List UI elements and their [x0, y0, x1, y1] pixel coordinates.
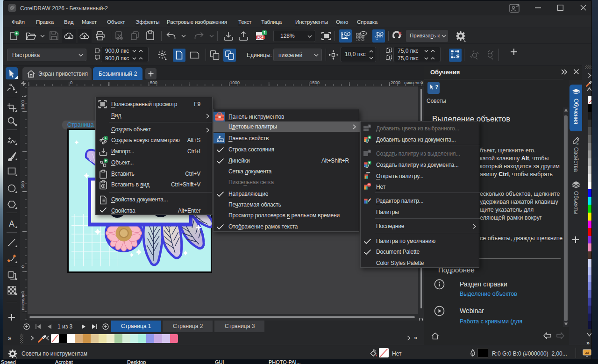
svg-text:A: A — [9, 219, 14, 228]
svg-text:IF: IF — [577, 143, 579, 145]
svg-text:y: y — [390, 58, 392, 61]
svg-text:PDF: PDF — [257, 36, 263, 39]
